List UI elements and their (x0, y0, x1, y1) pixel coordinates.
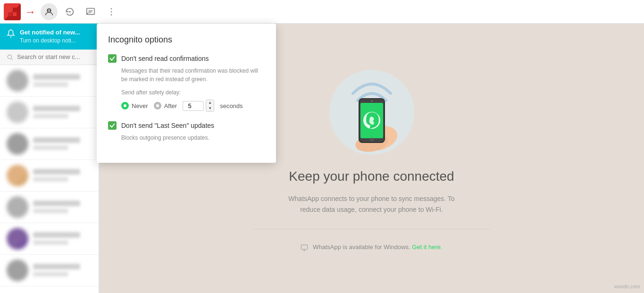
read-confirmations-checkbox[interactable] (108, 54, 117, 63)
avatar (7, 228, 28, 250)
spin-up-button[interactable]: ▲ (206, 100, 214, 106)
read-confirmations-desc: Messages that their read confirmation wa… (121, 67, 265, 84)
incognito-popup: Incognito options Don't send read confir… (97, 24, 276, 163)
welcome-description: WhatsApp connects to your phone to sync … (282, 193, 461, 215)
last-seen-row: Don't send "Last Seen" updates (108, 121, 265, 130)
radio-row: Never After ▲ ▼ (121, 100, 265, 112)
radio-after-circle-inner (156, 104, 159, 107)
list-item[interactable] (0, 160, 99, 192)
app-logo (4, 3, 21, 20)
list-item[interactable] (0, 65, 99, 97)
phone-illustration (325, 65, 419, 159)
svg-rect-3 (13, 12, 17, 16)
radio-after-label: After (164, 102, 177, 109)
svg-rect-0 (8, 8, 12, 11)
delay-unit-label: seconds (220, 102, 243, 109)
svg-point-7 (69, 11, 71, 13)
chat-item-info (33, 232, 92, 245)
incognito-button[interactable] (41, 3, 58, 20)
radio-never-circle (121, 102, 129, 109)
chat-list (0, 65, 99, 293)
chat-item-info (33, 201, 92, 213)
radio-after[interactable]: After (154, 102, 177, 109)
chat-item-info (33, 74, 92, 87)
windows-download-link[interactable]: Get it here. (412, 243, 442, 251)
svg-line-16 (11, 59, 13, 60)
popup-section-1: Don't send read confirmations Messages t… (108, 54, 265, 112)
svg-point-26 (371, 100, 373, 102)
welcome-title: Keep your phone connected (289, 169, 454, 184)
delay-label: Send after safety delay: (121, 89, 265, 96)
list-item[interactable] (0, 192, 99, 223)
radio-circle-inner (124, 104, 126, 107)
svg-point-15 (8, 55, 11, 59)
read-confirmations-row: Don't send read confirmations (108, 54, 265, 63)
welcome-container: Keep your phone connected WhatsApp conne… (254, 65, 490, 251)
list-item[interactable] (0, 223, 99, 255)
svg-point-12 (111, 11, 112, 12)
arrow-indicator: → (25, 5, 36, 18)
spin-down-button[interactable]: ▼ (206, 106, 214, 111)
search-icon (7, 53, 13, 61)
monitor-icon (301, 244, 308, 251)
notification-banner[interactable]: Get notified of new... Turn on desktop n… (0, 24, 99, 50)
spin-buttons: ▲ ▼ (206, 100, 214, 112)
popup-title: Incognito options (108, 35, 265, 45)
svg-rect-2 (8, 12, 12, 16)
avatar (7, 101, 28, 123)
top-bar: → (0, 0, 644, 24)
avatar (7, 196, 28, 218)
list-item[interactable] (0, 97, 99, 128)
delay-input-wrapper: ▲ ▼ (183, 100, 214, 112)
chat-item-info (33, 106, 92, 118)
last-seen-label: Don't send "Last Seen" updates (121, 122, 214, 129)
delay-value-input[interactable] (183, 101, 204, 111)
sidebar: Get notified of new... Turn on desktop n… (0, 24, 99, 293)
list-item[interactable] (0, 128, 99, 160)
avatar (7, 260, 28, 281)
menu-button[interactable] (103, 3, 120, 20)
delay-section: Send after safety delay: Never (121, 89, 265, 112)
new-chat-button[interactable] (82, 3, 99, 20)
chat-item-info (33, 264, 92, 276)
svg-point-25 (370, 138, 374, 142)
avatar (7, 133, 28, 155)
list-item[interactable] (0, 255, 99, 286)
read-confirmations-label: Don't send read confirmations (121, 55, 209, 62)
radio-never[interactable]: Never (121, 102, 148, 109)
windows-promo: WhatsApp is available for Windows. Get i… (301, 243, 442, 251)
svg-point-11 (111, 8, 112, 9)
search-bar (0, 50, 99, 65)
chat-item-info (33, 169, 92, 182)
avatar (7, 165, 28, 186)
search-input[interactable] (17, 53, 92, 60)
last-seen-desc: Blocks outgoing presence updates. (121, 134, 265, 142)
notification-bell-icon (7, 29, 15, 40)
last-seen-checkbox[interactable] (108, 121, 117, 130)
radio-never-label: Never (132, 102, 148, 109)
welcome-divider (254, 229, 490, 229)
svg-point-6 (50, 10, 51, 11)
avatar (7, 70, 28, 92)
svg-point-5 (47, 10, 48, 11)
chat-item-info (33, 137, 92, 150)
notification-text: Get notified of new... Turn on desktop n… (20, 28, 80, 45)
watermark: wsxdn.com (614, 284, 640, 289)
popup-section-2: Don't send "Last Seen" updates Blocks ou… (108, 121, 265, 142)
svg-rect-1 (13, 8, 17, 11)
svg-rect-27 (301, 245, 308, 249)
radio-after-circle (154, 102, 161, 109)
refresh-button[interactable] (61, 3, 78, 20)
svg-point-13 (111, 14, 112, 16)
